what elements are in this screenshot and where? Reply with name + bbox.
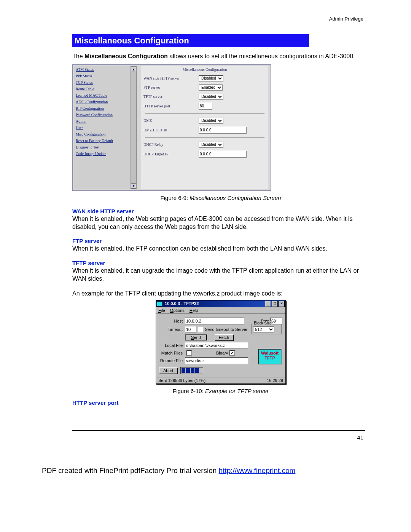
menu-file[interactable]: File [158,308,165,313]
menubar: File Options Help [156,307,285,314]
remotefile-input[interactable] [185,357,248,364]
send-button[interactable]: Send [185,334,207,340]
host-label: Host [159,319,185,323]
remotefile-label: Remote File [159,358,185,363]
screenshot-nav-sidebar: ATM Status PPP Status TCP Status Route T… [74,66,131,189]
tftp-label: TFTP server [143,94,199,99]
localfile-input[interactable] [185,342,248,349]
blocksize-group: Block Size 512 [251,324,282,334]
nav-link[interactable]: PPP Status [74,73,131,79]
wan-http-select[interactable]: Disabled [199,75,223,81]
scroll-up-icon[interactable]: ▲ [131,67,136,72]
intro-paragraph: The Miscellaneous Configuration allows u… [72,53,369,61]
http-port-section-title: HTTP server port [72,399,369,406]
header-right-label: Admin Privilege [329,16,363,22]
titlebar[interactable]: 10.0.0.3 - TFTP32 _ □ × [156,300,285,307]
dhcp-relay-select[interactable]: Disabled [199,142,223,148]
intro-prefix: The [72,53,84,59]
timeout-label: Timeout [159,327,185,332]
dhcp-target-label: DHCP Target IP [143,152,199,156]
nav-link[interactable]: ATM Status [74,66,131,73]
status-right: 16:29:29 [267,378,283,383]
nav-link[interactable]: Learned MAC Table [74,92,131,99]
menu-options[interactable]: Options [170,308,185,313]
window-title: 10.0.0.3 - TFTP32 [165,301,199,306]
ftp-select[interactable]: Enabled [199,85,223,91]
ftp-section-title: FTP server [72,238,369,244]
walusoft-logo: Walusoft TFTP [258,349,282,364]
ftp-section-body: When it is enabled, the FTP connection c… [72,245,369,253]
pdf-footer-line: PDF created with FinePrint pdfFactory Pr… [42,466,295,475]
matchfiles-label: Match Files [159,351,185,355]
nav-link[interactable]: Route Table [74,86,131,92]
minimize-icon[interactable]: _ [265,301,271,307]
send-timeout-checkbox[interactable] [198,327,203,332]
footer-divider [72,430,365,431]
intro-rest: allows users to set all the miscellaneou… [168,53,355,59]
ftp-label: FTP server [143,85,199,89]
host-input[interactable] [185,318,244,324]
tftp-section-title: TFTP server [72,260,369,266]
nav-link[interactable]: Reset to Factory Default [74,137,131,144]
blocksize-label: Block Size [253,321,272,325]
wan-http-section-body: When it is enabled, the Web setting page… [72,215,369,231]
wan-http-label: WAN side HTTP server [143,76,199,80]
nav-link[interactable]: Misc Configuration [74,131,131,137]
nav-link[interactable]: TCP Status [74,79,131,86]
nav-link[interactable]: RIP Configuration [74,105,131,112]
status-left: Sent 129536 bytes (17%) [158,378,206,383]
binary-checkbox[interactable]: ✔ [229,350,235,356]
abort-button[interactable]: Abort [159,367,177,374]
nav-link[interactable]: ADSL Configuration [74,99,131,105]
maximize-icon[interactable]: □ [272,301,278,307]
tftp-select[interactable]: Disabled [199,94,223,100]
page-number: 41 [357,434,363,441]
progress-bar [180,367,203,374]
tftp32-window: 10.0.0.3 - TFTP32 _ □ × File Options Hel… [156,300,286,384]
dmz-select[interactable]: Disabled [199,118,223,124]
intro-bold: Miscellaneous Configuration [84,53,168,59]
dmz-host-label: DMZ HOST IP [143,128,199,132]
send-timeout-label: Send timeout to Server [205,327,248,332]
matchfiles-checkbox[interactable] [186,350,192,356]
example-line: An example for the TFTP client updating … [72,290,369,298]
misc-config-screenshot: ATM Status PPP Status TCP Status Route T… [72,64,271,191]
app-icon [157,301,162,307]
wan-http-section-title: WAN side HTTP server [72,208,369,214]
localfile-label: Local File [159,343,185,348]
http-port-input[interactable] [199,103,212,110]
nav-link[interactable]: Admin [74,118,131,125]
figure-6-9-caption: Figure 6-9: Miscellaneous Configuration … [72,195,369,201]
dhcp-target-input[interactable] [199,151,247,158]
page-heading: Miscellaneous Configuration [72,34,309,47]
http-port-label: HTTP server port [143,104,199,108]
nav-link[interactable]: Password Configuration [74,112,131,118]
nav-link[interactable]: Code Image Update [74,150,131,157]
scroll-down-icon[interactable]: ▼ [131,183,136,189]
dmz-label: DMZ [143,118,199,123]
fetch-button[interactable]: Fetch [215,334,234,340]
dmz-host-input[interactable] [199,127,247,134]
figure-6-10-caption: Figure 6-10: Example for TFTP server [72,388,369,394]
nav-scrollbar[interactable]: ▲ ▼ [131,66,137,189]
dhcp-relay-label: DHCP Relay [143,142,199,147]
close-icon[interactable]: × [279,301,285,307]
binary-label: Binary [216,351,228,355]
timeout-input[interactable] [185,326,196,333]
screenshot-config-panel: Miscellaneous Configuration WAN side HTT… [141,66,268,189]
nav-link[interactable]: Diagnostic Test [74,144,131,150]
tftp-section-body: When it is enabled, it can upgrade the i… [72,267,369,283]
blocksize-select[interactable]: 512 [253,326,274,332]
panel-title: Miscellaneous Configuration [141,66,268,74]
pdf-url-link[interactable]: http://www.fineprint.com [219,466,296,474]
nav-link[interactable]: User [74,125,131,131]
menu-help[interactable]: Help [190,308,198,313]
